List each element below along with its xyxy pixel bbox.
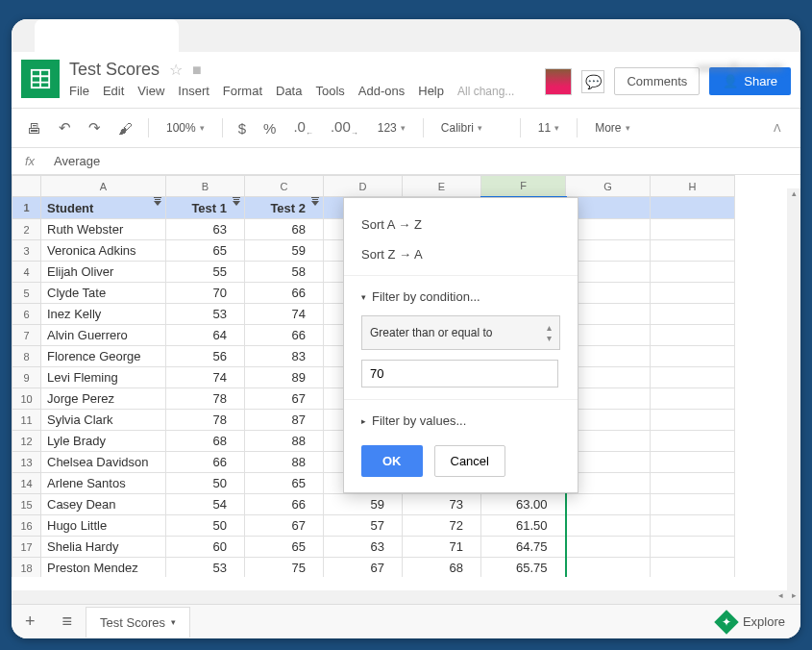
cell[interactable]: 53 — [166, 558, 245, 578]
increase-decimal-button[interactable]: .00→ — [325, 114, 364, 141]
sheet-tab[interactable]: Test Scores▾ — [86, 607, 190, 638]
cell[interactable]: 65.75 — [481, 558, 566, 578]
col-G[interactable]: G — [566, 176, 651, 197]
filter-icon[interactable] — [233, 201, 240, 206]
col-E[interactable]: E — [403, 176, 481, 197]
collapse-toolbar-icon[interactable]: ᐱ — [764, 118, 791, 138]
cell[interactable]: 73 — [403, 494, 481, 515]
decrease-decimal-button[interactable]: .0← — [287, 114, 319, 141]
row-num[interactable]: 8 — [12, 346, 41, 367]
cell[interactable]: Chelsea Davidson — [41, 452, 166, 473]
cell[interactable]: 61.50 — [481, 515, 566, 537]
cell[interactable]: 58 — [245, 262, 324, 283]
sort-az[interactable]: Sort A → Z — [344, 210, 578, 239]
horizontal-scrollbar[interactable]: ◂▸ — [12, 590, 800, 604]
cell[interactable]: Ruth Webster — [41, 219, 166, 240]
cell[interactable] — [566, 537, 651, 558]
row-num[interactable]: 12 — [12, 431, 41, 452]
menu-edit[interactable]: Edit — [103, 84, 124, 98]
cell[interactable]: 88 — [245, 452, 324, 473]
cell[interactable]: 88 — [245, 431, 324, 452]
cell[interactable]: 63.00 — [481, 494, 566, 515]
cell[interactable]: Lyle Brady — [41, 431, 166, 452]
cell[interactable] — [566, 558, 651, 578]
cell[interactable]: 83 — [245, 346, 324, 367]
cell[interactable] — [651, 346, 735, 367]
cell[interactable]: 68 — [403, 558, 481, 578]
menu-file[interactable]: File — [69, 84, 89, 98]
chat-icon[interactable]: 💬 — [581, 70, 604, 93]
cell[interactable]: Levi Fleming — [41, 367, 166, 388]
row-num[interactable]: 6 — [12, 304, 41, 325]
cell[interactable]: 89 — [245, 367, 324, 388]
cell[interactable]: 74 — [245, 304, 324, 325]
cell[interactable]: 70 — [166, 283, 245, 304]
cell[interactable]: 55 — [166, 262, 245, 283]
cell[interactable]: 68 — [245, 219, 324, 240]
row-num[interactable]: 3 — [12, 240, 41, 262]
cell[interactable] — [651, 515, 735, 537]
header-student[interactable]: Student — [41, 197, 166, 219]
cell[interactable] — [651, 494, 735, 515]
row-num[interactable]: 9 — [12, 367, 41, 388]
cell[interactable]: Arlene Santos — [41, 473, 166, 494]
cell[interactable]: 59 — [245, 240, 324, 262]
cell[interactable]: 74 — [166, 367, 245, 388]
zoom-dropdown[interactable]: 100% — [159, 117, 212, 138]
folder-icon[interactable]: ■ — [192, 62, 202, 79]
cell[interactable] — [651, 537, 735, 558]
cell[interactable]: 67 — [245, 388, 324, 410]
cell[interactable] — [651, 367, 735, 388]
redo-icon[interactable]: ↷ — [83, 115, 107, 140]
cell[interactable]: 56 — [166, 346, 245, 367]
row-num[interactable]: 13 — [12, 452, 41, 473]
col-B[interactable]: B — [166, 176, 245, 197]
avatar[interactable] — [545, 68, 572, 95]
cell[interactable] — [651, 388, 735, 410]
header-test1[interactable]: Test 1 — [166, 197, 245, 219]
cell[interactable]: Hugo Little — [41, 515, 166, 537]
cell[interactable]: Clyde Tate — [41, 283, 166, 304]
row-num[interactable]: 2 — [12, 219, 41, 240]
cell[interactable]: 50 — [166, 515, 245, 537]
menu-help[interactable]: Help — [418, 84, 444, 98]
save-status[interactable]: All chang... — [457, 85, 514, 98]
cancel-button[interactable]: Cancel — [434, 445, 505, 477]
cell[interactable]: Preston Mendez — [41, 558, 166, 578]
cell[interactable] — [651, 410, 735, 431]
print-icon[interactable]: 🖶 — [21, 116, 47, 140]
menu-tools[interactable]: Tools — [315, 84, 344, 98]
cell[interactable]: Elijah Oliver — [41, 262, 166, 283]
cell[interactable]: 64 — [166, 325, 245, 346]
star-icon[interactable]: ☆ — [169, 61, 183, 79]
cell[interactable]: 87 — [245, 410, 324, 431]
cell[interactable]: 67 — [245, 515, 324, 537]
currency-button[interactable]: $ — [233, 116, 252, 140]
col-F[interactable]: F — [481, 176, 566, 197]
cell[interactable] — [651, 452, 735, 473]
cell[interactable]: Shelia Hardy — [41, 537, 166, 558]
row-num[interactable]: 14 — [12, 473, 41, 494]
filter-by-condition[interactable]: Filter by condition... — [344, 282, 578, 312]
cell[interactable] — [651, 283, 735, 304]
cell[interactable] — [566, 494, 651, 515]
cell[interactable]: 66 — [245, 283, 324, 304]
filter-icon[interactable] — [311, 201, 319, 206]
cell[interactable]: 59 — [324, 494, 403, 515]
cell[interactable]: 65 — [245, 473, 324, 494]
cell[interactable]: 54 — [166, 494, 245, 515]
cell[interactable] — [566, 515, 651, 537]
menu-view[interactable]: View — [137, 84, 164, 98]
condition-value-input[interactable] — [361, 360, 558, 388]
more-dropdown[interactable]: More — [587, 117, 637, 138]
cell[interactable] — [651, 431, 735, 452]
doc-title[interactable]: Test Scores — [69, 60, 160, 80]
cell[interactable]: Alvin Guerrero — [41, 325, 166, 346]
row-num[interactable]: 4 — [12, 262, 41, 283]
cell[interactable]: 66 — [166, 452, 245, 473]
cell[interactable]: 75 — [245, 558, 324, 578]
sort-za[interactable]: Sort Z → A — [344, 239, 578, 269]
condition-select[interactable]: Greater than or equal to▴▾ — [361, 315, 560, 350]
vertical-scrollbar[interactable]: ▴ — [787, 188, 800, 590]
cell[interactable] — [651, 240, 735, 262]
